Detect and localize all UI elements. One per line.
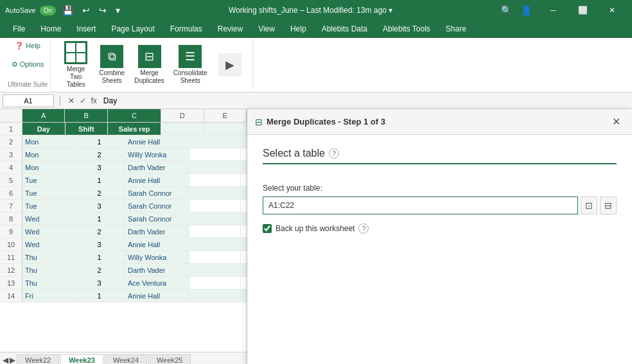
name-box[interactable] [3, 94, 54, 107]
cell-d[interactable] [189, 290, 241, 302]
tab-share[interactable]: Share [438, 21, 474, 37]
cell-shift[interactable]: 1 [74, 174, 125, 186]
tab-file[interactable]: File [5, 21, 33, 37]
cell-day[interactable]: Wed [22, 225, 74, 238]
profile-icon[interactable]: 👤 [518, 4, 534, 17]
dialog-close-button[interactable]: ✕ [608, 114, 624, 129]
cell-day[interactable]: Mon [22, 161, 74, 173]
tab-ablebits-data[interactable]: Ablebits Data [314, 21, 375, 37]
help-button[interactable]: ❓ Help [15, 42, 40, 50]
cell-shift[interactable]: 3 [74, 200, 125, 212]
redo-icon[interactable]: ↪ [96, 4, 109, 17]
cell-day[interactable]: Tue [22, 174, 74, 186]
cell-shift[interactable]: 2 [74, 264, 125, 276]
col-header-d[interactable]: D [161, 109, 204, 122]
tab-week22[interactable]: Week22 [17, 354, 59, 364]
cell-shift[interactable]: 1 [74, 135, 125, 148]
cell-rep[interactable]: Darth Vader [125, 225, 189, 238]
cell-shift[interactable]: 3 [74, 161, 125, 173]
insert-function-icon[interactable]: fx [90, 96, 98, 105]
tab-week25[interactable]: Week25 [148, 354, 191, 364]
cell-d[interactable] [189, 200, 241, 212]
nav-next-icon[interactable]: ▶ [10, 356, 15, 365]
cell-rep[interactable]: Sarah Connor [125, 187, 189, 199]
tab-ablebits-tools[interactable]: Ablebits Tools [375, 21, 438, 37]
cell-e1[interactable] [204, 123, 247, 135]
tab-view[interactable]: View [250, 21, 283, 37]
backup-checkbox[interactable] [263, 224, 272, 233]
cell-shift[interactable]: 2 [74, 225, 125, 238]
cell-shift[interactable]: 2 [74, 187, 125, 199]
cell-shift[interactable]: 1 [74, 290, 125, 302]
cell-rep[interactable]: Annie Hall [125, 135, 189, 148]
cell-day[interactable]: Thu [22, 264, 74, 276]
tab-home[interactable]: Home [33, 21, 69, 37]
section-help-icon[interactable]: ? [329, 148, 339, 159]
merge-two-tables-button[interactable]: MergeTwo Tables [58, 40, 93, 90]
options-button[interactable]: ⚙ Options [12, 60, 44, 69]
cell-day[interactable]: Tue [22, 187, 74, 199]
cell-shift[interactable]: 1 [74, 212, 125, 225]
cell-rep[interactable]: Ace Ventura [125, 277, 189, 289]
col-header-c[interactable]: C [108, 109, 161, 122]
cancel-formula-icon[interactable]: ✕ [67, 96, 76, 105]
formula-input[interactable] [101, 96, 629, 105]
cell-c1[interactable]: Sales rep [108, 123, 161, 135]
tab-page-layout[interactable]: Page Layout [103, 21, 162, 37]
cell-d[interactable] [189, 161, 241, 173]
col-header-e[interactable]: E [204, 109, 247, 122]
merge-duplicates-button[interactable]: ⊟ MergeDuplicates [130, 44, 168, 86]
cell-rep[interactable]: Annie Hall [125, 174, 189, 186]
cell-rep[interactable]: Willy Wonka [125, 148, 189, 160]
cell-d[interactable] [189, 277, 241, 289]
cell-shift[interactable]: 3 [74, 238, 125, 250]
backup-help-icon[interactable]: ? [358, 223, 369, 234]
tab-formulas[interactable]: Formulas [162, 21, 210, 37]
cell-b1[interactable]: Shift [66, 123, 109, 135]
cell-d[interactable] [189, 212, 241, 225]
cell-rep[interactable]: Sarah Connor [125, 200, 189, 212]
restore-button[interactable]: ⬜ [568, 0, 597, 21]
combine-sheets-button[interactable]: ⧉ CombineSheets [94, 44, 129, 86]
cell-rep[interactable]: Darth Vader [125, 264, 189, 276]
table-range-input[interactable] [263, 196, 578, 214]
cell-day[interactable]: Fri [22, 290, 74, 302]
nav-prev-icon[interactable]: ◀ [3, 356, 8, 365]
cell-d[interactable] [189, 174, 241, 186]
save-icon[interactable]: 💾 [60, 4, 76, 17]
cell-d[interactable] [189, 187, 241, 199]
cell-day[interactable]: Thu [22, 251, 74, 263]
tab-week24[interactable]: Week24 [105, 354, 147, 364]
cell-day[interactable]: Mon [22, 135, 74, 148]
expand-range-button[interactable]: ⊡ [581, 196, 597, 214]
minimize-button[interactable]: ─ [538, 0, 568, 21]
tab-insert[interactable]: Insert [69, 21, 103, 37]
cell-d[interactable] [189, 135, 241, 148]
enter-formula-icon[interactable]: ✓ [78, 96, 87, 105]
cell-rep[interactable]: Darth Vader [125, 161, 189, 173]
cell-shift[interactable]: 1 [74, 251, 125, 263]
more-button[interactable]: ▶ [213, 52, 247, 78]
tab-review[interactable]: Review [210, 21, 250, 37]
cell-rep[interactable]: Annie Hall [125, 290, 189, 302]
cell-shift[interactable]: 3 [74, 277, 125, 289]
tab-week23[interactable]: Week23 [60, 354, 103, 365]
close-button[interactable]: ✕ [597, 0, 627, 21]
cell-rep[interactable]: Willy Wonka [125, 251, 189, 263]
cell-day[interactable]: Wed [22, 238, 74, 250]
cell-d[interactable] [189, 264, 241, 276]
modified-dropdown[interactable]: ▾ [389, 6, 392, 15]
cell-d1[interactable] [161, 123, 204, 135]
cell-day[interactable]: Tue [22, 200, 74, 212]
cell-rep[interactable]: Annie Hall [125, 238, 189, 250]
undo-icon[interactable]: ↩ [80, 4, 92, 17]
tab-help[interactable]: Help [283, 21, 314, 37]
cell-shift[interactable]: 2 [74, 148, 125, 160]
search-icon[interactable]: 🔍 [498, 4, 514, 17]
consolidate-sheets-button[interactable]: ☰ ConsolidateSheets [170, 44, 211, 86]
cell-d[interactable] [189, 251, 241, 263]
cell-day[interactable]: Thu [22, 277, 74, 289]
cell-day[interactable]: Mon [22, 148, 74, 160]
cell-d[interactable] [189, 225, 241, 238]
cell-a1[interactable]: Day [22, 123, 66, 135]
